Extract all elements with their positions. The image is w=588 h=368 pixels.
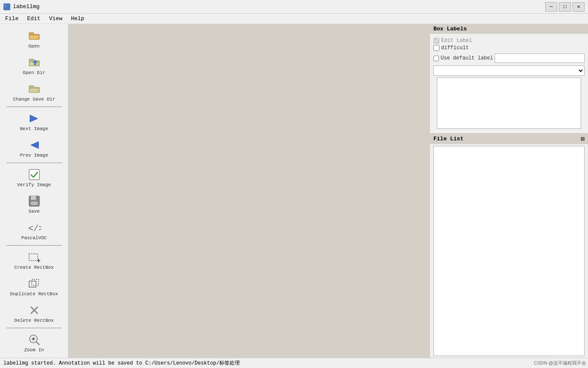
title-controls: ─ □ ✕ bbox=[545, 2, 585, 12]
next-image-icon bbox=[27, 112, 41, 125]
open-button[interactable]: Open bbox=[4, 26, 64, 52]
verify-image-icon bbox=[27, 168, 41, 181]
status-bar: labellmg started. Annotation will be sav… bbox=[0, 358, 588, 368]
prev-image-label: Prev Image bbox=[20, 153, 48, 158]
open-dir-button[interactable]: Open Dir bbox=[4, 53, 64, 78]
create-rectbox-icon bbox=[27, 250, 41, 264]
file-list-header: File List ⊟ bbox=[430, 134, 588, 144]
prev-image-icon bbox=[27, 138, 41, 152]
maximize-button[interactable]: □ bbox=[559, 2, 571, 12]
delete-rectbox-icon bbox=[27, 303, 41, 317]
separator-2 bbox=[6, 163, 62, 163]
open-icon bbox=[27, 29, 41, 43]
save-icon bbox=[27, 194, 41, 208]
verify-image-button[interactable]: Verify Image bbox=[4, 165, 64, 190]
duplicate-rectbox-icon bbox=[27, 277, 41, 291]
edit-label-row: Edit Label bbox=[433, 38, 585, 44]
difficult-label-text: difficult bbox=[441, 45, 469, 51]
delete-rectbox-button[interactable]: Delete RectBox bbox=[4, 300, 64, 326]
use-default-label-text: Use default label bbox=[441, 55, 493, 61]
svg-rect-13 bbox=[32, 279, 39, 285]
zoom-in-button[interactable]: Zoom In bbox=[4, 330, 64, 356]
menu-view[interactable]: View bbox=[45, 15, 66, 23]
close-button[interactable]: ✕ bbox=[573, 2, 585, 12]
edit-label-checkbox[interactable] bbox=[433, 38, 439, 44]
verify-image-label: Verify Image bbox=[17, 182, 51, 187]
svg-line-17 bbox=[36, 341, 39, 345]
default-label-input[interactable] bbox=[495, 53, 585, 63]
change-save-dir-button[interactable]: Change Save Dir bbox=[4, 79, 64, 105]
menu-file[interactable]: File bbox=[2, 15, 22, 23]
zoom-in-icon bbox=[27, 333, 41, 347]
difficult-checkbox[interactable] bbox=[433, 45, 439, 51]
separator-4 bbox=[6, 328, 62, 328]
difficult-row: difficult bbox=[433, 45, 585, 51]
menu-bar: File Edit View Help bbox=[0, 14, 588, 24]
separator-1 bbox=[6, 107, 62, 107]
svg-rect-4 bbox=[29, 169, 39, 180]
next-image-button[interactable]: Next Image bbox=[4, 109, 64, 134]
left-toolbar: Open Open Dir Change Save Dir bbox=[0, 24, 69, 358]
svg-rect-6 bbox=[31, 196, 36, 200]
change-save-dir-icon bbox=[27, 82, 41, 96]
duplicate-rectbox-label: Duplicate RectBox bbox=[10, 291, 58, 297]
prev-image-button[interactable]: Prev Image bbox=[4, 135, 64, 161]
pascal-voc-label: PascalVOC bbox=[21, 235, 47, 240]
app-icon bbox=[3, 3, 10, 10]
box-labels-section: Box Labels Edit Label difficult Use defa… bbox=[430, 24, 588, 134]
pascal-voc-icon: </> bbox=[27, 221, 41, 234]
file-list-icon: ⊟ bbox=[581, 135, 585, 142]
zoom-in-label: Zoom In bbox=[24, 347, 44, 353]
delete-rectbox-label: Delete RectBox bbox=[14, 318, 54, 323]
box-labels-header: Box Labels bbox=[430, 24, 588, 34]
title-bar-left: labellmg bbox=[3, 3, 39, 10]
svg-text:</>: </> bbox=[28, 224, 41, 234]
create-rectbox-label: Create RectBox bbox=[14, 265, 54, 270]
create-rectbox-button[interactable]: Create RectBox bbox=[4, 247, 64, 273]
duplicate-rectbox-button[interactable]: Duplicate RectBox bbox=[4, 274, 64, 300]
file-list-title: File List bbox=[433, 136, 463, 142]
svg-marker-2 bbox=[30, 115, 38, 122]
use-default-label-checkbox[interactable] bbox=[433, 56, 439, 61]
svg-rect-1 bbox=[4, 5, 6, 6]
canvas-area[interactable] bbox=[69, 24, 430, 358]
label-dropdown-row bbox=[433, 65, 585, 76]
file-list-section: File List ⊟ bbox=[430, 134, 588, 358]
menu-edit[interactable]: Edit bbox=[24, 15, 44, 23]
save-button[interactable]: Save bbox=[4, 191, 64, 217]
change-save-dir-label: Change Save Dir bbox=[13, 97, 55, 102]
open-dir-icon bbox=[27, 56, 41, 69]
separator-3 bbox=[6, 245, 62, 246]
title-bar: labellmg ─ □ ✕ bbox=[0, 0, 588, 14]
box-labels-content: Edit Label difficult Use default label bbox=[430, 34, 588, 133]
label-dropdown[interactable] bbox=[433, 65, 585, 76]
svg-rect-12 bbox=[29, 281, 36, 287]
minimize-button[interactable]: ─ bbox=[545, 2, 557, 12]
svg-rect-9 bbox=[29, 254, 38, 261]
save-label: Save bbox=[28, 209, 39, 214]
status-message: labellmg started. Annotation will be sav… bbox=[3, 359, 240, 367]
file-list-content bbox=[433, 146, 585, 356]
next-image-label: Next Image bbox=[20, 126, 48, 131]
edit-label-text: Edit Label bbox=[441, 38, 472, 44]
watermark: CSDN @这不编程我不会 bbox=[534, 360, 586, 366]
right-panel: Box Labels Edit Label difficult Use defa… bbox=[430, 24, 588, 358]
pascal-voc-button[interactable]: </> PascalVOC bbox=[4, 218, 64, 243]
use-default-label-row: Use default label bbox=[433, 53, 585, 63]
open-dir-label: Open Dir bbox=[23, 70, 45, 75]
open-label: Open bbox=[28, 44, 39, 49]
svg-marker-3 bbox=[31, 142, 39, 148]
label-list-area bbox=[437, 77, 581, 129]
svg-rect-7 bbox=[31, 202, 38, 205]
menu-help[interactable]: Help bbox=[68, 15, 88, 23]
app-title: labellmg bbox=[13, 3, 39, 10]
main-layout: Open Open Dir Change Save Dir bbox=[0, 24, 588, 358]
